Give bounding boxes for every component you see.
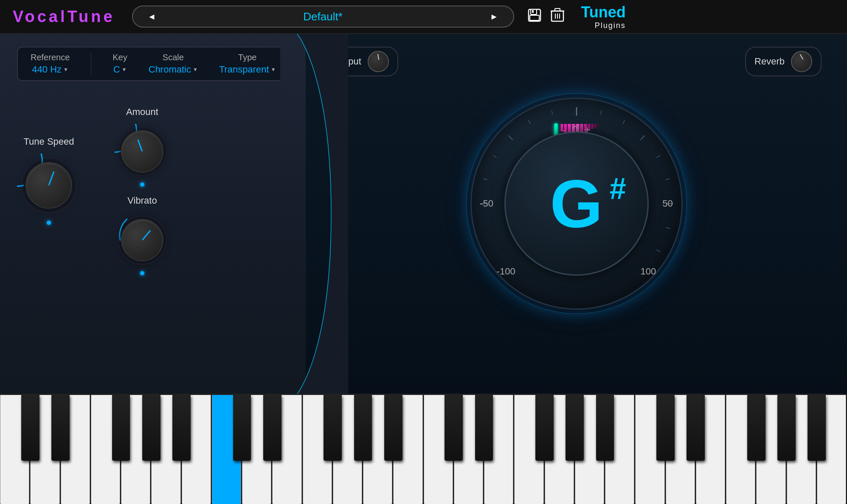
reference-value[interactable]: 440 Hz ▼ <box>32 64 68 75</box>
vibrato-knob-container <box>115 213 170 275</box>
right-knobs: Amount <box>115 106 170 275</box>
delete-button[interactable] <box>551 8 564 26</box>
vibrato-label: Vibrato <box>127 195 157 206</box>
tune-speed-dot <box>47 221 51 225</box>
black-key[interactable] <box>324 395 342 461</box>
tune-speed-label: Tune Speed <box>23 136 74 147</box>
black-key[interactable] <box>445 395 463 461</box>
input-knob[interactable] <box>368 51 389 72</box>
brand-tuned: Tuned <box>581 3 626 21</box>
key-value[interactable]: C ▼ <box>113 64 127 75</box>
type-label: Type <box>238 53 256 62</box>
black-key[interactable] <box>747 395 765 461</box>
black-key[interactable] <box>808 395 826 461</box>
black-key[interactable] <box>263 395 281 461</box>
scale-value[interactable]: Chromatic ▼ <box>149 64 198 75</box>
amount-knob-container <box>115 124 170 187</box>
scale-label: Scale <box>163 53 184 62</box>
tune-speed-knob[interactable] <box>25 162 72 209</box>
key-control: Key C ▼ <box>113 53 127 75</box>
knobs-section: Tune Speed <box>17 106 289 275</box>
black-key[interactable] <box>475 395 493 461</box>
scale-control: Scale Chromatic ▼ <box>149 53 198 75</box>
reference-label: Reference <box>31 53 70 62</box>
note-sharp: # <box>610 172 626 206</box>
tuner-container: - 0 + -50 50 -100 100 G # <box>470 98 683 310</box>
left-panel: Reference 440 Hz ▼ Key C ▼ Scale <box>0 34 306 394</box>
neg100-label: -100 <box>497 266 515 277</box>
amount-group: Amount <box>115 106 170 187</box>
black-key[interactable] <box>354 395 372 461</box>
pos100-label: 100 <box>641 266 656 277</box>
amount-dot <box>140 182 144 187</box>
preset-name: Default* <box>162 10 483 23</box>
black-key[interactable] <box>51 395 70 461</box>
black-key[interactable] <box>777 395 796 461</box>
main-content: Reference 440 Hz ▼ Key C ▼ Scale <box>0 34 847 394</box>
vibrato-knob[interactable] <box>121 219 163 261</box>
reverb-label: Reverb <box>754 56 785 67</box>
black-key[interactable] <box>112 395 130 461</box>
reference-control: Reference 440 Hz ▼ <box>31 53 91 75</box>
key-arrow: ▼ <box>122 67 127 73</box>
vibrato-group: Vibrato <box>115 195 170 275</box>
nav-next-button[interactable]: ► <box>484 10 505 24</box>
save-button[interactable] <box>527 8 542 26</box>
black-key[interactable] <box>172 395 191 461</box>
svg-rect-2 <box>530 15 539 20</box>
black-key[interactable] <box>596 395 614 461</box>
neg50-label: -50 <box>480 198 493 209</box>
pos50-label: 50 <box>662 198 673 209</box>
note-letter: G <box>550 165 602 241</box>
black-key[interactable] <box>384 395 402 461</box>
header-icons <box>527 8 564 26</box>
panel-controls-row: Input Reverb <box>331 47 822 76</box>
tune-speed-group: Tune Speed <box>17 106 81 225</box>
key-label: Key <box>113 53 127 62</box>
right-panel: Input Reverb <box>306 34 847 394</box>
black-key[interactable] <box>687 395 705 461</box>
tune-speed-knob-container <box>17 154 81 225</box>
nav-prev-button[interactable]: ◄ <box>141 10 163 24</box>
amount-label: Amount <box>126 106 158 118</box>
controls-bar: Reference 440 Hz ▼ Key C ▼ Scale <box>17 47 297 81</box>
header: VocalTune ◄ Default* ► <box>0 0 847 34</box>
vibrato-dot <box>140 271 144 275</box>
black-key[interactable] <box>566 395 584 461</box>
app-title: VocalTune <box>13 8 115 26</box>
tuner-outer: - 0 + -50 50 -100 100 G # <box>470 98 683 310</box>
svg-rect-6 <box>555 8 560 11</box>
reverb-knob[interactable] <box>791 51 812 72</box>
black-key[interactable] <box>142 395 160 461</box>
reference-arrow: ▼ <box>63 67 68 73</box>
svg-rect-3 <box>532 10 534 13</box>
brand: Tuned Plugins <box>581 3 626 30</box>
reverb-knob-group: Reverb <box>745 47 822 76</box>
amount-knob[interactable] <box>121 130 163 173</box>
preset-nav: ◄ Default* ► <box>132 6 514 28</box>
tuner-inner: G # <box>504 132 649 276</box>
black-key[interactable] <box>535 395 554 461</box>
note-display-container: G # <box>550 170 602 238</box>
scale-arrow: ▼ <box>193 67 198 73</box>
black-key[interactable] <box>233 395 251 461</box>
app-container: VocalTune ◄ Default* ► <box>0 0 847 504</box>
piano-keys <box>0 395 847 504</box>
brand-plugins: Plugins <box>595 21 626 30</box>
black-key[interactable] <box>656 395 675 461</box>
piano-section <box>0 394 847 504</box>
black-key[interactable] <box>21 395 39 461</box>
curve-divider <box>263 34 348 394</box>
